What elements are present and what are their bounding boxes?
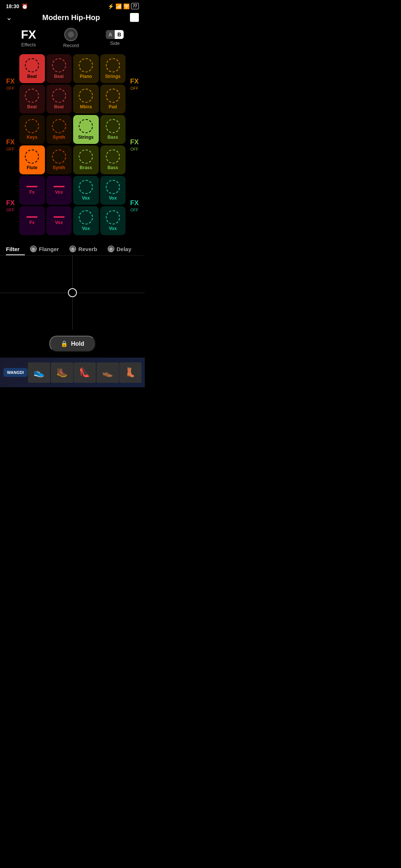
filter-area[interactable] — [0, 256, 145, 330]
b-side-label: B — [115, 30, 124, 39]
pad-beat-4[interactable]: Beat — [46, 85, 72, 114]
fx-col-1-right-label: FX — [130, 78, 138, 85]
pad-fx-2[interactable]: Fx — [19, 206, 45, 235]
ad-shoe-3: 👠 — [74, 362, 96, 383]
pad-bass-1[interactable]: Bass — [100, 115, 126, 144]
pad-fx-2-label: Fx — [29, 220, 35, 225]
pad-group-1: FX OFF Beat Beat Beat Beat — [3, 54, 142, 114]
tab-delay[interactable]: ◉ Delay — [102, 243, 137, 255]
pad-vox-1[interactable]: Vox — [46, 176, 72, 205]
ad-brand: WANGDI — [3, 368, 27, 377]
fx-col-1[interactable]: FX OFF — [3, 54, 18, 114]
pad-beat-1[interactable]: Beat — [19, 54, 45, 83]
fx-label: FX — [21, 29, 36, 40]
tab-filter[interactable]: Filter — [6, 243, 25, 255]
tab-reverb[interactable]: ◉ Reverb — [64, 243, 102, 255]
ab-selector[interactable]: A B — [106, 30, 124, 39]
pad-flute[interactable]: Flute — [19, 145, 45, 174]
fx-col-1-label: FX — [6, 78, 14, 85]
pad-vox-6[interactable]: Vox — [100, 206, 126, 235]
flanger-label: Flanger — [39, 246, 59, 252]
pad-keys[interactable]: Keys — [19, 115, 45, 144]
tab-flanger[interactable]: ◉ Flanger — [25, 243, 64, 255]
fx-col-2-label: FX — [6, 138, 14, 146]
effects-tabs: Filter ◉ Flanger ◉ Reverb ◉ Delay — [0, 240, 145, 256]
pad-brass[interactable]: Brass — [73, 145, 99, 174]
fx-col-3-right-label: FX — [130, 199, 138, 207]
pad-group-2: FX OFF Keys Synth Flute Synth — [3, 115, 142, 174]
filter-label: Filter — [6, 246, 20, 252]
page-title: Modern Hip-Hop — [42, 13, 100, 22]
fx-col-1-right[interactable]: FX OFF — [127, 54, 142, 114]
side-label: Side — [110, 40, 120, 46]
pad-strings-2[interactable]: Strings — [73, 115, 99, 144]
pad-vox-2[interactable]: Vox — [46, 206, 72, 235]
pad-brass-label: Brass — [80, 165, 92, 170]
hold-area: 🔒 Hold — [0, 330, 145, 358]
status-left: 18:30 ⏰ — [6, 3, 28, 9]
delay-icon: ◉ — [108, 246, 114, 252]
delay-label: Delay — [117, 246, 131, 252]
pad-strings-1[interactable]: Strings — [100, 54, 126, 83]
fx-col-3-right-off: OFF — [130, 208, 138, 212]
bluetooth-icon: ⚡ — [108, 3, 114, 9]
pad-vox-4[interactable]: Vox — [100, 176, 126, 205]
alarm-icon: ⏰ — [22, 3, 28, 9]
pad-vox-5-label: Vox — [82, 226, 90, 231]
pad-bass-1-label: Bass — [107, 135, 118, 140]
fx-col-2-right-label: FX — [130, 138, 138, 146]
ad-banner[interactable]: WANGDI 👟 🥾 👠 👞 👢 — [0, 358, 145, 387]
fx-col-2[interactable]: FX OFF — [3, 115, 18, 174]
pad-vox-3[interactable]: Vox — [73, 176, 99, 205]
pad-group-3-right: Vox Vox Vox Vox — [73, 176, 125, 235]
pad-group-2-right: Strings Bass Brass Bass — [73, 115, 125, 174]
side-control[interactable]: A B Side — [106, 30, 124, 46]
fx-col-3-right[interactable]: FX OFF — [127, 176, 142, 235]
record-icon — [64, 28, 78, 41]
battery-indicator: 77 — [131, 3, 139, 9]
pad-group-1-right: Piano Strings Mbira Pad — [73, 54, 125, 114]
fx-col-3-label: FX — [6, 199, 14, 207]
header: ⌄ Modern Hip-Hop — [0, 11, 145, 26]
fx-col-2-right[interactable]: FX OFF — [127, 115, 142, 174]
fx-control[interactable]: FX Effects — [21, 29, 36, 47]
pad-bass-2[interactable]: Bass — [100, 145, 126, 174]
pad-beat-1-label: Beat — [27, 74, 37, 79]
record-control[interactable]: Record — [63, 28, 79, 48]
reverb-label: Reverb — [78, 246, 97, 252]
hold-button[interactable]: 🔒 Hold — [49, 336, 95, 352]
pad-mbira[interactable]: Mbira — [73, 85, 99, 114]
pad-vox-4-label: Vox — [109, 195, 117, 201]
pad-synth-2-label: Synth — [53, 165, 65, 170]
pad-vox-5[interactable]: Vox — [73, 206, 99, 235]
wifi-icon: 🛜 — [123, 3, 130, 9]
pad-keys-label: Keys — [27, 135, 38, 140]
reverb-icon: ◉ — [69, 246, 76, 252]
chevron-down-icon[interactable]: ⌄ — [6, 13, 12, 22]
filter-knob[interactable] — [68, 288, 77, 297]
fx-col-1-right-off: OFF — [130, 86, 138, 91]
pad-piano[interactable]: Piano — [73, 54, 99, 83]
pad-synth-1-label: Synth — [53, 135, 65, 140]
pad-pad-label: Pad — [109, 104, 117, 109]
pad-beat-4-label: Beat — [54, 104, 64, 109]
pad-beat-3[interactable]: Beat — [19, 85, 45, 114]
pad-pad[interactable]: Pad — [100, 85, 126, 114]
pad-fx-1[interactable]: Fx — [19, 176, 45, 205]
flanger-icon: ◉ — [30, 246, 37, 252]
pad-group-1-left: Beat Beat Beat Beat — [19, 54, 72, 114]
pad-synth-1[interactable]: Synth — [46, 115, 72, 144]
stop-button[interactable] — [130, 13, 139, 22]
fx-col-1-off: OFF — [6, 86, 14, 91]
effects-label: Effects — [21, 42, 36, 47]
pad-beat-2[interactable]: Beat — [46, 54, 72, 83]
pad-group-3-left: Fx Vox Fx Vox — [19, 176, 72, 235]
fx-col-3[interactable]: FX OFF — [3, 176, 18, 235]
pad-group-2-left: Keys Synth Flute Synth — [19, 115, 72, 174]
pad-synth-2[interactable]: Synth — [46, 145, 72, 174]
top-controls: FX Effects Record A B Side — [0, 26, 145, 53]
fx-col-2-off: OFF — [6, 147, 14, 151]
pad-piano-label: Piano — [80, 74, 92, 79]
a-side-label: A — [106, 30, 115, 39]
pad-mbira-label: Mbira — [80, 104, 92, 109]
